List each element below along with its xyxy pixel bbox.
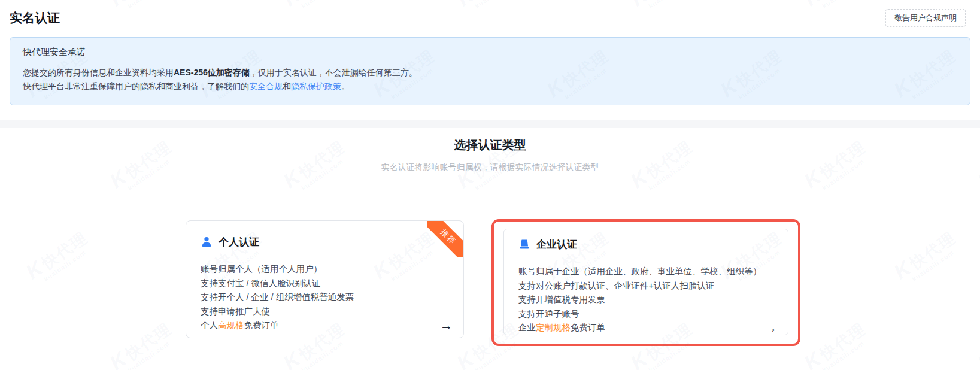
enterprise-feature: 支持开通子账号: [518, 307, 773, 322]
banner-title: 快代理安全承诺: [23, 47, 957, 58]
enterprise-feature: 支持对公账户打款认证、企业证件+认证人扫脸认证: [518, 279, 773, 293]
free-order-highlight: 定制规格: [536, 323, 571, 332]
auth-type-cards: 推荐 个人认证 账号归属个人（适用个人用户） 支持支付宝 / 微信人脸识别认证 …: [186, 219, 800, 346]
security-compliance-link[interactable]: 安全合规: [249, 81, 283, 91]
banner-line2-suffix: 。: [341, 81, 350, 91]
section-divider: [0, 120, 980, 128]
banner-line1-suffix: ，仅用于实名认证，不会泄漏给任何第三方。: [250, 68, 417, 77]
privacy-policy-link[interactable]: 隐私保护政策: [291, 81, 341, 91]
personal-feature: 支持支付宝 / 微信人脸识别认证: [201, 277, 449, 291]
building-icon: [518, 238, 530, 250]
enterprise-free-order-text: 企业定制规格免费订单: [518, 321, 605, 335]
banner-line-encryption: 您提交的所有身份信息和企业资料均采用AES-256位加密存储，仅用于实名认证，不…: [23, 66, 957, 80]
banner-line-privacy: 快代理平台非常注重保障用户的隐私和商业利益，了解我们的安全合规和隐私保护政策。: [23, 80, 957, 93]
user-icon: [201, 236, 213, 248]
compliance-statement-button[interactable]: 敬告用户合规声明: [885, 9, 966, 27]
personal-free-order-text: 个人高规格免费订单: [201, 319, 279, 333]
free-order-suffix: 免费订单: [244, 320, 279, 330]
personal-card-title: 个人认证: [219, 235, 259, 249]
auth-type-section-subtitle: 实名认证将影响账号归属权，请根据实际情况选择认证类型: [0, 162, 980, 173]
enterprise-auth-card[interactable]: 企业认证 账号归属于企业（适用企业、政府、事业单位、学校、组织等） 支持对公账户…: [503, 229, 788, 335]
personal-feature: 支持申请推广大使: [201, 305, 449, 319]
personal-auth-card[interactable]: 推荐 个人认证 账号归属个人（适用个人用户） 支持支付宝 / 微信人脸识别认证 …: [186, 220, 464, 338]
banner-line2-prefix: 快代理平台非常注重保障用户的隐私和商业利益，了解我们的: [23, 81, 249, 91]
personal-card-header: 个人认证: [201, 234, 449, 250]
real-name-auth-page: 实名认证 敬告用户合规声明 快代理安全承诺 您提交的所有身份信息和企业资料均采用…: [0, 0, 980, 370]
free-order-prefix: 企业: [518, 323, 536, 332]
page-title: 实名认证: [10, 10, 60, 26]
enterprise-card-header: 企业认证: [518, 236, 773, 252]
enterprise-free-order-line: 企业定制规格免费订单 →: [518, 321, 773, 335]
enterprise-selection-outline: 企业认证 账号归属于企业（适用企业、政府、事业单位、学校、组织等） 支持对公账户…: [491, 219, 800, 346]
free-order-prefix: 个人: [201, 320, 218, 330]
security-promise-banner: 快代理安全承诺 您提交的所有身份信息和企业资料均采用AES-256位加密存储，仅…: [10, 37, 970, 105]
arrow-right-icon[interactable]: →: [764, 321, 777, 335]
banner-line1-prefix: 您提交的所有身份信息和企业资料均采用: [23, 68, 174, 77]
enterprise-feature: 支持开增值税专用发票: [518, 293, 773, 307]
personal-free-order-line: 个人高规格免费订单 →: [201, 319, 449, 333]
auth-type-section-title: 选择认证类型: [0, 137, 980, 153]
free-order-highlight: 高规格: [218, 320, 244, 330]
personal-feature: 支持开个人 / 企业 / 组织增值税普通发票: [201, 290, 449, 305]
free-order-suffix: 免费订单: [571, 323, 605, 332]
enterprise-feature: 账号归属于企业（适用企业、政府、事业单位、学校、组织等）: [518, 265, 773, 279]
banner-line2-conjunction: 和: [283, 81, 291, 91]
personal-feature: 账号归属个人（适用个人用户）: [201, 262, 449, 277]
banner-line1-bold: AES-256位加密存储: [174, 68, 250, 77]
arrow-right-icon[interactable]: →: [440, 319, 453, 332]
enterprise-card-title: 企业认证: [536, 238, 577, 251]
